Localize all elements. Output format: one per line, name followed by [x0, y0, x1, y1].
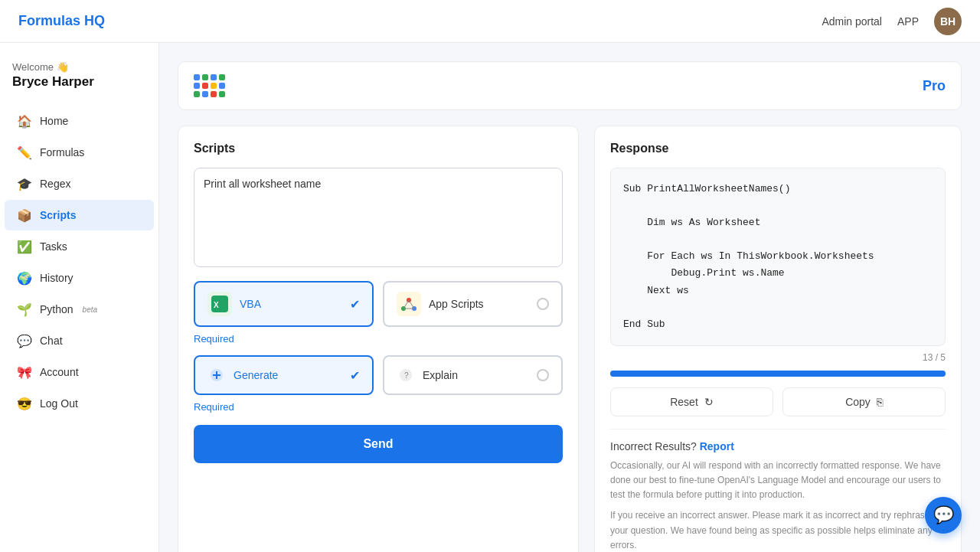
sidebar-label-history: History [40, 272, 74, 284]
svg-text:?: ? [404, 371, 409, 380]
generate-icon [207, 366, 226, 384]
sidebar-user: Welcome 👋 Bryce Harper [0, 55, 158, 105]
explain-icon: ? [397, 366, 415, 384]
layout: Welcome 👋 Bryce Harper 🏠 Home ✏️ Formula… [0, 43, 980, 552]
avatar[interactable]: BH [934, 8, 962, 35]
main-content: Pro Scripts X VBA ✔ [159, 43, 980, 552]
copy-button[interactable]: Copy ⎘ [782, 387, 946, 416]
topbar-logo[interactable]: Formulas HQ [18, 13, 105, 29]
sidebar-label-home: Home [40, 115, 68, 127]
copy-icon: ⎘ [877, 396, 883, 408]
sidebar-icon-logout: 😎 [17, 396, 32, 411]
svg-text:X: X [214, 301, 219, 309]
appscripts-icon [397, 292, 421, 316]
vba-label: VBA [240, 298, 261, 310]
scripts-textarea[interactable] [194, 168, 563, 267]
sidebar-item-account[interactable]: 🎀 Account [5, 357, 154, 387]
sidebar-item-logout[interactable]: 😎 Log Out [5, 388, 154, 419]
sidebar-label-logout: Log Out [40, 397, 78, 410]
sidebar-item-chat[interactable]: 💬 Chat [5, 325, 154, 356]
required-label-2: Required [194, 401, 563, 413]
explain-button[interactable]: ? Explain [383, 355, 563, 395]
sidebar-label-formulas: Formulas [40, 146, 84, 158]
incorrect-desc-1: Occasionally, our AI will respond with a… [610, 459, 946, 503]
scripts-panel: Scripts X VBA ✔ [178, 126, 579, 552]
generate-button[interactable]: Generate ✔ [194, 355, 374, 395]
sidebar-label-scripts: Scripts [40, 209, 76, 221]
sidebar-item-history[interactable]: 🌍 History [5, 263, 154, 293]
progress-bar [610, 371, 946, 377]
svg-line-5 [403, 300, 409, 309]
required-label-1: Required [194, 333, 563, 345]
response-count: 13 / 5 [610, 352, 946, 363]
incorrect-title: Incorrect Results? Report [610, 440, 946, 452]
sidebar-icon-home: 🏠 [17, 113, 32, 129]
response-panel-title: Response [610, 142, 946, 155]
sidebar-icon-formulas: ✏️ [17, 145, 32, 160]
response-actions: Reset ↻ Copy ⎘ [610, 387, 946, 416]
explain-radio-icon [537, 369, 549, 381]
sidebar-icon-scripts: 📦 [17, 207, 32, 223]
sidebar-icon-history: 🌍 [17, 270, 32, 286]
generate-label: Generate [234, 369, 278, 381]
sidebar-welcome: Welcome 👋 [12, 61, 146, 73]
pro-badge: Pro [923, 78, 946, 94]
sidebar-item-home[interactable]: 🏠 Home [5, 106, 154, 136]
app-link[interactable]: APP [897, 15, 919, 28]
appscripts-option-button[interactable]: App Scripts [383, 281, 563, 327]
appscripts-label: App Scripts [429, 298, 484, 310]
scripts-panel-title: Scripts [194, 142, 563, 155]
content-columns: Scripts X VBA ✔ [178, 126, 962, 552]
sidebar-icon-chat: 💬 [17, 333, 32, 348]
send-button[interactable]: Send [194, 425, 563, 463]
sidebar-username: Bryce Harper [12, 74, 146, 90]
header-card: Pro [178, 61, 962, 110]
incorrect-section: Incorrect Results? Report Occasionally, … [610, 429, 946, 552]
sidebar-icon-account: 🎀 [17, 364, 32, 380]
reset-button[interactable]: Reset ↻ [610, 387, 773, 416]
action-buttons: Generate ✔ ? Explain [194, 355, 563, 395]
avatar-initials: BH [940, 15, 956, 28]
reset-label: Reset [670, 396, 698, 408]
sidebar-icon-python: 🌱 [17, 302, 32, 317]
svg-line-6 [409, 300, 414, 309]
sidebar-label-account: Account [40, 366, 79, 378]
copy-label: Copy [845, 396, 871, 408]
sidebar-item-tasks[interactable]: ✅ Tasks [5, 231, 154, 262]
sidebar: Welcome 👋 Bryce Harper 🏠 Home ✏️ Formula… [0, 43, 159, 552]
sidebar-icon-tasks: ✅ [17, 239, 32, 254]
vba-icon: X [207, 292, 232, 316]
sidebar-item-scripts[interactable]: 📦 Scripts [5, 200, 154, 230]
topbar: Formulas HQ Admin portal APP BH [0, 0, 980, 43]
explain-label: Explain [423, 369, 458, 381]
generate-check-icon: ✔ [350, 368, 360, 383]
chat-bubble[interactable]: 💬 [925, 497, 962, 534]
sidebar-nav: 🏠 Home ✏️ Formulas 🎓 Regex 📦 Scripts ✅ T… [0, 106, 158, 419]
vba-option-button[interactable]: X VBA ✔ [194, 281, 374, 327]
topbar-right: Admin portal APP BH [822, 8, 962, 35]
response-panel: Response Sub PrintAllWorksheetNames() Di… [594, 126, 962, 552]
sidebar-label-python: Python [40, 303, 74, 315]
progress-bar-fill [610, 371, 946, 377]
sidebar-item-regex[interactable]: 🎓 Regex [5, 168, 154, 199]
grid-icon [194, 74, 225, 97]
admin-portal-link[interactable]: Admin portal [822, 15, 882, 28]
response-code: Sub PrintAllWorksheetNames() Dim ws As W… [610, 168, 946, 346]
vba-check-icon: ✔ [350, 297, 360, 312]
incorrect-desc-2: If you receive an incorrect answer. Plea… [610, 508, 946, 552]
script-type-buttons: X VBA ✔ [194, 281, 563, 327]
reset-icon: ↻ [704, 396, 714, 408]
sidebar-item-python[interactable]: 🌱 Python beta [5, 294, 154, 325]
sidebar-badge-python: beta [83, 305, 97, 314]
sidebar-icon-regex: 🎓 [17, 176, 32, 191]
sidebar-label-tasks: Tasks [40, 240, 67, 253]
sidebar-label-chat: Chat [40, 335, 63, 347]
chat-bubble-icon: 💬 [933, 505, 954, 525]
sidebar-item-formulas[interactable]: ✏️ Formulas [5, 137, 154, 168]
appscripts-radio-icon [537, 298, 549, 310]
report-link[interactable]: Report [700, 440, 734, 452]
sidebar-label-regex: Regex [40, 178, 70, 190]
